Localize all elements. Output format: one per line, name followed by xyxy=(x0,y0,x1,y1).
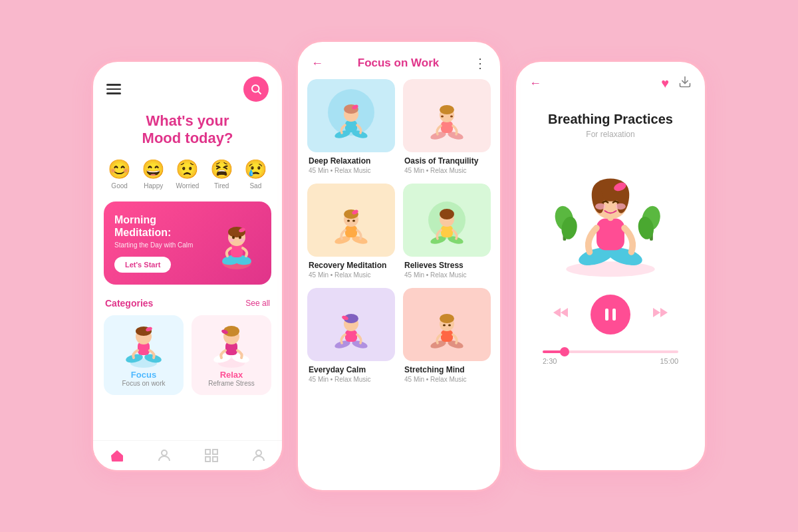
svg-point-47 xyxy=(450,116,453,118)
menu-button[interactable] xyxy=(106,84,121,94)
svg-point-11 xyxy=(229,238,234,241)
mood-label-good: Good xyxy=(111,182,127,190)
phone-left: What's your Mood today? 😊 Good 😄 Happy 😟… xyxy=(91,60,284,472)
card-stretching-mind[interactable]: Stretching Mind 45 Min • Relax Music xyxy=(403,288,491,384)
svg-point-54 xyxy=(347,220,350,222)
nav-home[interactable] xyxy=(108,446,126,465)
mood-title: What's your Mood today? xyxy=(93,108,282,154)
category-cards: Focus Focus on work Relax Reframe Stress xyxy=(93,313,282,398)
mood-sad[interactable]: 😢 Sad xyxy=(244,158,267,190)
mood-label-tired: Tired xyxy=(214,182,229,190)
back-button[interactable]: ← xyxy=(311,57,323,70)
card-info-stretching-mind: Stretching Mind 45 Min • Relax Music xyxy=(403,361,491,384)
progress-track[interactable] xyxy=(543,350,678,353)
card-name-everyday-calm: Everyday Calm xyxy=(309,365,394,374)
svg-rect-99 xyxy=(612,309,616,321)
mood-tired[interactable]: 😫 Tired xyxy=(210,158,233,190)
card-meta-oasis: 45 Min • Relax Music xyxy=(404,167,489,174)
svg-point-55 xyxy=(352,220,355,222)
category-focus[interactable]: Focus Focus on work xyxy=(104,315,184,395)
phone-right: ← ♥ Breathing Practices For relaxation xyxy=(514,60,707,472)
pause-button[interactable] xyxy=(591,295,630,334)
card-info-relieves-stress: Relieves Stress 45 Min • Relax Music xyxy=(403,257,491,280)
svg-point-73 xyxy=(443,325,446,327)
card-meta-everyday-calm: 45 Min • Relax Music xyxy=(309,376,394,383)
banner-title: Morning Meditation: xyxy=(114,213,213,239)
svg-marker-100 xyxy=(653,308,660,317)
svg-point-72 xyxy=(440,314,454,323)
focus-label: Focus xyxy=(131,370,156,380)
mood-emoji-happy: 😄 xyxy=(142,158,165,180)
svg-point-76 xyxy=(566,261,654,277)
svg-point-61 xyxy=(440,209,454,219)
rewind-button[interactable] xyxy=(551,303,571,327)
see-all-button[interactable]: See all xyxy=(245,299,270,308)
svg-marker-96 xyxy=(553,308,561,317)
banner-text: Morning Meditation: Starting the Day wit… xyxy=(114,213,213,273)
player-main: Breathing Practices For relaxation xyxy=(516,98,705,365)
category-relax[interactable]: Relax Reframe Stress xyxy=(192,315,271,395)
favorite-button[interactable]: ♥ xyxy=(661,76,669,91)
card-everyday-calm[interactable]: Everyday Calm 45 Min • Relax Music xyxy=(307,288,395,384)
card-name-deep-relaxation: Deep Relaxation xyxy=(309,156,394,166)
relax-sub: Reframe Stress xyxy=(208,380,254,387)
card-relieves-stress[interactable]: Relieves Stress 45 Min • Relax Music xyxy=(403,184,491,280)
player-subtitle: For relaxation xyxy=(586,130,634,139)
search-button[interactable] xyxy=(243,76,269,102)
progress-times: 2:30 15:00 xyxy=(543,357,678,365)
mood-good[interactable]: 😊 Good xyxy=(108,158,131,190)
mood-emoji-sad: 😢 xyxy=(244,158,267,180)
player-title: Breathing Practices xyxy=(548,112,673,127)
card-img-recovery xyxy=(307,184,395,257)
categories-header: Categories See all xyxy=(93,293,282,313)
svg-point-94 xyxy=(595,203,605,210)
card-info-deep-relaxation: Deep Relaxation 45 Min • Relax Music xyxy=(307,152,395,176)
lets-start-button[interactable]: Let's Start xyxy=(114,257,171,273)
svg-line-1 xyxy=(258,91,261,94)
center-title: Focus on Work xyxy=(323,57,473,70)
svg-rect-87 xyxy=(597,219,624,251)
banner-subtitle: Starting the Day with Calm xyxy=(114,241,213,249)
card-meta-deep-relaxation: 45 Min • Relax Music xyxy=(309,167,394,174)
svg-rect-50 xyxy=(345,225,357,237)
svg-point-12 xyxy=(239,238,245,241)
card-img-relieves-stress xyxy=(403,184,491,257)
banner-girl-illustration xyxy=(213,215,261,271)
card-img-stretching-mind xyxy=(403,288,491,361)
categories-title: Categories xyxy=(105,298,153,309)
card-recovery[interactable]: Recovery Meditation 45 Min • Relax Music xyxy=(307,184,395,280)
nav-profile[interactable] xyxy=(155,446,174,465)
svg-rect-32 xyxy=(213,457,217,462)
svg-point-86 xyxy=(626,257,642,265)
svg-rect-29 xyxy=(205,450,210,454)
center-header: ← Focus on Work ⋮ xyxy=(298,42,500,79)
nav-user[interactable] xyxy=(249,446,268,465)
current-time: 2:30 xyxy=(543,357,557,365)
progress-dot[interactable] xyxy=(560,347,569,356)
mood-worried[interactable]: 😟 Worried xyxy=(176,158,199,190)
download-button[interactable] xyxy=(678,75,692,92)
mood-happy[interactable]: 😄 Happy xyxy=(142,158,165,190)
moods-row: 😊 Good 😄 Happy 😟 Worried 😫 Tired 😢 Sad xyxy=(93,154,282,194)
banner: Morning Meditation: Starting the Day wit… xyxy=(104,201,271,285)
focus-sub: Focus on work xyxy=(122,380,165,387)
svg-point-33 xyxy=(256,450,261,456)
card-img-deep-relaxation xyxy=(307,79,395,152)
svg-point-46 xyxy=(441,116,444,118)
card-deep-relaxation[interactable]: Deep Relaxation 45 Min • Relax Music xyxy=(307,79,395,176)
card-meta-relieves-stress: 45 Min • Relax Music xyxy=(404,271,489,279)
card-oasis[interactable]: Oasis of Tranquility 45 Min • Relax Musi… xyxy=(403,79,491,176)
more-button[interactable]: ⋮ xyxy=(473,55,487,71)
mood-label-worried: Worried xyxy=(176,182,200,190)
card-info-everyday-calm: Everyday Calm 45 Min • Relax Music xyxy=(307,361,395,384)
phones-container: What's your Mood today? 😊 Good 😄 Happy 😟… xyxy=(0,0,798,532)
nav-grid[interactable] xyxy=(202,446,221,465)
svg-rect-64 xyxy=(345,330,357,342)
forward-button[interactable] xyxy=(650,303,670,327)
svg-rect-59 xyxy=(441,225,453,237)
card-meta-recovery: 45 Min • Relax Music xyxy=(309,271,394,279)
right-back-button[interactable]: ← xyxy=(529,76,541,90)
card-img-everyday-calm xyxy=(307,288,395,361)
card-name-relieves-stress: Relieves Stress xyxy=(404,261,489,270)
relax-label: Relax xyxy=(220,370,243,380)
